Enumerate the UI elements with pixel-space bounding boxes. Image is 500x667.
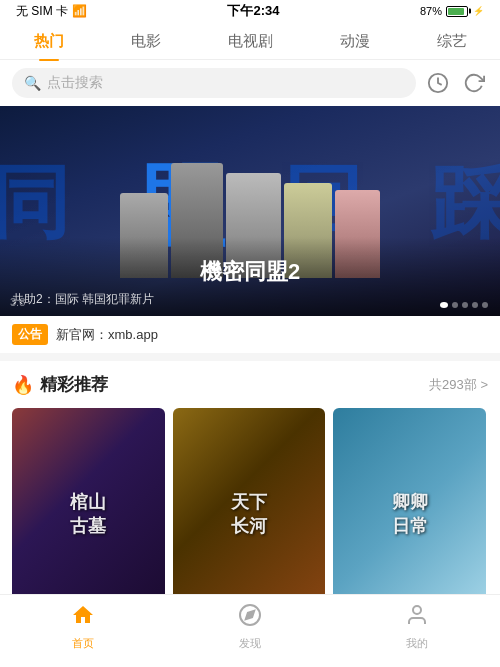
status-bar: 无 SIM 卡 📶 下午2:34 87% ⚡ (0, 0, 500, 22)
profile-icon (405, 603, 429, 633)
status-battery-area: 87% ⚡ (420, 5, 484, 17)
discover-icon (238, 603, 262, 633)
banner[interactable]: 同 盟 回 踩 機密同盟2 共助2：国际 韩国犯罪新片 (0, 106, 500, 316)
banner-title-area: 機密同盟2 共助2：国际 韩国犯罪新片 (0, 237, 500, 316)
bottom-tab-home-label: 首页 (72, 636, 94, 651)
dot-5 (482, 302, 488, 308)
bottom-tab-profile-label: 我的 (406, 636, 428, 651)
dot-3 (462, 302, 468, 308)
banner-subtitle: 共助2：国际 韩国犯罪新片 (12, 291, 488, 308)
notice-bar: 公告 新官网：xmb.app (0, 316, 500, 353)
nav-tabs: 热门 电影 电视剧 动漫 综艺 (0, 22, 500, 60)
section-title-text: 精彩推荐 (40, 373, 108, 396)
battery-icon (446, 6, 468, 17)
movie-poster-2: 卿卿日常 更新至12集 (333, 408, 486, 622)
notice-badge: 公告 (12, 324, 48, 345)
bottom-tab-profile[interactable]: 我的 (387, 603, 447, 651)
section-title: 🔥 精彩推荐 (12, 373, 108, 396)
history-icon[interactable] (424, 69, 452, 97)
movie-poster-1: 天下长河 更新至09集 (173, 408, 326, 622)
search-icons-right (424, 69, 488, 97)
section-more[interactable]: 共293部 > (429, 376, 488, 394)
banner-date: 3.8 (10, 296, 25, 308)
fire-icon: 🔥 (12, 374, 34, 396)
section-header: 🔥 精彩推荐 共293部 > (0, 361, 500, 404)
status-time: 下午2:34 (227, 2, 279, 20)
movie-poster-0: 棺山古墓 今日上线 HD (12, 408, 165, 622)
dot-1 (440, 302, 448, 308)
bottom-tabs: 首页 发现 我的 (0, 594, 500, 667)
status-carrier: 无 SIM 卡 📶 (16, 3, 87, 20)
home-icon (71, 603, 95, 633)
notice-text: 新官网：xmb.app (56, 326, 158, 344)
tab-variety[interactable]: 综艺 (429, 30, 475, 53)
search-area: 🔍 点击搜索 (0, 60, 500, 106)
svg-point-3 (413, 606, 421, 614)
tab-anime[interactable]: 动漫 (332, 30, 378, 53)
banner-dots (440, 302, 488, 308)
bottom-tab-discover-label: 发现 (239, 636, 261, 651)
search-box[interactable]: 🔍 点击搜索 (12, 68, 416, 98)
search-placeholder: 点击搜索 (47, 74, 103, 92)
tab-movie[interactable]: 电影 (123, 30, 169, 53)
tab-hot[interactable]: 热门 (26, 30, 72, 53)
bottom-tab-home[interactable]: 首页 (53, 603, 113, 651)
dot-2 (452, 302, 458, 308)
banner-title-cn: 機密同盟2 (200, 259, 300, 284)
dot-4 (472, 302, 478, 308)
svg-marker-2 (246, 611, 254, 619)
refresh-icon[interactable] (460, 69, 488, 97)
charging-icon: ⚡ (473, 6, 484, 16)
search-icon: 🔍 (24, 75, 41, 91)
tab-tv[interactable]: 电视剧 (220, 30, 281, 53)
bottom-tab-discover[interactable]: 发现 (220, 603, 280, 651)
